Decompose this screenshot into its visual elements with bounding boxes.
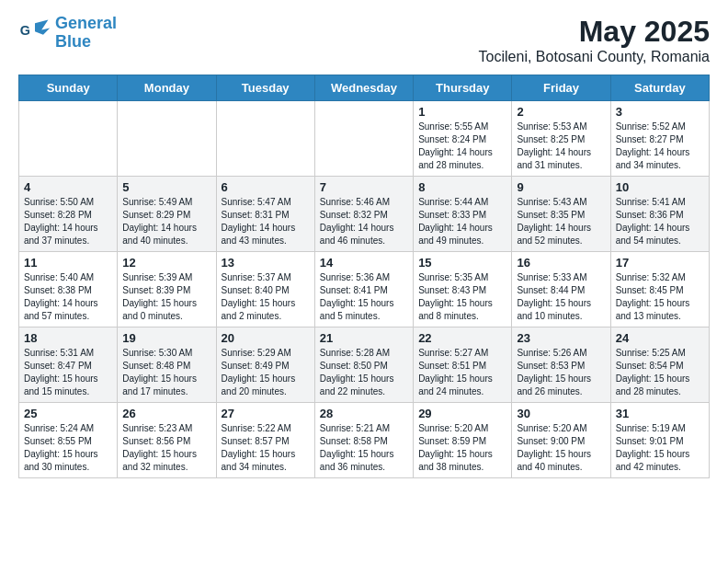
logo-text: General Blue <box>55 15 117 52</box>
day-number: 19 <box>122 331 210 345</box>
header-friday: Friday <box>512 75 610 101</box>
svg-text:G: G <box>20 23 30 38</box>
cell-w1-d7: 3Sunrise: 5:52 AM Sunset: 8:27 PM Daylig… <box>610 101 709 177</box>
day-number: 1 <box>418 105 506 119</box>
day-number: 5 <box>122 180 210 194</box>
day-info: Sunrise: 5:41 AM Sunset: 8:36 PM Dayligh… <box>616 196 704 247</box>
day-info: Sunrise: 5:49 AM Sunset: 8:29 PM Dayligh… <box>122 196 210 247</box>
day-info: Sunrise: 5:26 AM Sunset: 8:53 PM Dayligh… <box>517 347 605 398</box>
cell-w3-d6: 16Sunrise: 5:33 AM Sunset: 8:44 PM Dayli… <box>512 252 610 327</box>
cell-w1-d2 <box>118 101 216 177</box>
day-info: Sunrise: 5:52 AM Sunset: 8:27 PM Dayligh… <box>616 121 704 172</box>
day-info: Sunrise: 5:23 AM Sunset: 8:56 PM Dayligh… <box>122 422 210 474</box>
day-number: 29 <box>418 407 506 420</box>
weekday-header-row: Sunday Monday Tuesday Wednesday Thursday… <box>19 75 710 101</box>
cell-w3-d7: 17Sunrise: 5:32 AM Sunset: 8:45 PM Dayli… <box>610 252 709 327</box>
header-monday: Monday <box>118 75 216 101</box>
calendar-subtitle: Tocileni, Botosani County, Romania <box>479 49 710 65</box>
day-number: 13 <box>222 256 310 270</box>
cell-w5-d2: 26Sunrise: 5:23 AM Sunset: 8:56 PM Dayli… <box>118 403 216 478</box>
week-row-5: 25Sunrise: 5:24 AM Sunset: 8:55 PM Dayli… <box>19 403 710 478</box>
day-info: Sunrise: 5:55 AM Sunset: 8:24 PM Dayligh… <box>418 121 506 172</box>
cell-w2-d6: 9Sunrise: 5:43 AM Sunset: 8:35 PM Daylig… <box>512 177 610 252</box>
day-number: 31 <box>616 407 704 420</box>
day-info: Sunrise: 5:40 AM Sunset: 8:38 PM Dayligh… <box>24 271 112 323</box>
day-number: 21 <box>320 331 408 345</box>
day-number: 30 <box>517 407 605 420</box>
cell-w4-d6: 23Sunrise: 5:26 AM Sunset: 8:53 PM Dayli… <box>512 327 610 403</box>
cell-w3-d1: 11Sunrise: 5:40 AM Sunset: 8:38 PM Dayli… <box>19 252 118 327</box>
logo: G General Blue <box>18 15 117 52</box>
cell-w2-d3: 6Sunrise: 5:47 AM Sunset: 8:31 PM Daylig… <box>216 177 314 252</box>
day-info: Sunrise: 5:25 AM Sunset: 8:54 PM Dayligh… <box>616 347 704 398</box>
cell-w4-d2: 19Sunrise: 5:30 AM Sunset: 8:48 PM Dayli… <box>118 327 216 403</box>
page: G General Blue May 2025 Tocileni, Botosa… <box>0 0 728 493</box>
cell-w3-d4: 14Sunrise: 5:36 AM Sunset: 8:41 PM Dayli… <box>314 252 413 327</box>
day-info: Sunrise: 5:35 AM Sunset: 8:43 PM Dayligh… <box>418 271 506 323</box>
day-info: Sunrise: 5:24 AM Sunset: 8:55 PM Dayligh… <box>24 422 112 474</box>
week-row-3: 11Sunrise: 5:40 AM Sunset: 8:38 PM Dayli… <box>19 252 710 327</box>
day-info: Sunrise: 5:43 AM Sunset: 8:35 PM Dayligh… <box>517 196 605 247</box>
day-info: Sunrise: 5:21 AM Sunset: 8:58 PM Dayligh… <box>320 422 408 474</box>
day-info: Sunrise: 5:31 AM Sunset: 8:47 PM Dayligh… <box>24 347 112 398</box>
cell-w5-d4: 28Sunrise: 5:21 AM Sunset: 8:58 PM Dayli… <box>314 403 413 478</box>
calendar-title: May 2025 <box>479 15 710 49</box>
cell-w2-d1: 4Sunrise: 5:50 AM Sunset: 8:28 PM Daylig… <box>19 177 118 252</box>
day-number: 2 <box>517 105 605 119</box>
day-number: 3 <box>616 105 704 119</box>
cell-w1-d6: 2Sunrise: 5:53 AM Sunset: 8:25 PM Daylig… <box>512 101 610 177</box>
cell-w4-d3: 20Sunrise: 5:29 AM Sunset: 8:49 PM Dayli… <box>216 327 314 403</box>
cell-w2-d5: 8Sunrise: 5:44 AM Sunset: 8:33 PM Daylig… <box>414 177 512 252</box>
day-number: 10 <box>616 180 704 194</box>
header-wednesday: Wednesday <box>314 75 413 101</box>
day-number: 6 <box>222 180 310 194</box>
day-number: 11 <box>24 256 112 270</box>
day-number: 12 <box>122 256 210 270</box>
week-row-2: 4Sunrise: 5:50 AM Sunset: 8:28 PM Daylig… <box>19 177 710 252</box>
logo-line1: General <box>55 14 117 32</box>
day-info: Sunrise: 5:32 AM Sunset: 8:45 PM Dayligh… <box>616 271 704 323</box>
header-thursday: Thursday <box>414 75 512 101</box>
day-info: Sunrise: 5:36 AM Sunset: 8:41 PM Dayligh… <box>320 271 408 323</box>
day-info: Sunrise: 5:44 AM Sunset: 8:33 PM Dayligh… <box>418 196 506 247</box>
calendar-table: Sunday Monday Tuesday Wednesday Thursday… <box>18 75 710 478</box>
day-info: Sunrise: 5:30 AM Sunset: 8:48 PM Dayligh… <box>122 347 210 398</box>
day-number: 14 <box>320 256 408 270</box>
header: G General Blue May 2025 Tocileni, Botosa… <box>18 15 710 65</box>
day-number: 7 <box>320 180 408 194</box>
day-number: 9 <box>517 180 605 194</box>
logo-line2: Blue <box>55 32 91 51</box>
cell-w2-d4: 7Sunrise: 5:46 AM Sunset: 8:32 PM Daylig… <box>314 177 413 252</box>
day-info: Sunrise: 5:50 AM Sunset: 8:28 PM Dayligh… <box>24 196 112 247</box>
cell-w1-d5: 1Sunrise: 5:55 AM Sunset: 8:24 PM Daylig… <box>414 101 512 177</box>
day-info: Sunrise: 5:46 AM Sunset: 8:32 PM Dayligh… <box>320 196 408 247</box>
cell-w2-d2: 5Sunrise: 5:49 AM Sunset: 8:29 PM Daylig… <box>118 177 216 252</box>
day-number: 28 <box>320 407 408 420</box>
cell-w1-d1 <box>19 101 118 177</box>
cell-w5-d5: 29Sunrise: 5:20 AM Sunset: 8:59 PM Dayli… <box>414 403 512 478</box>
cell-w3-d2: 12Sunrise: 5:39 AM Sunset: 8:39 PM Dayli… <box>118 252 216 327</box>
day-info: Sunrise: 5:28 AM Sunset: 8:50 PM Dayligh… <box>320 347 408 398</box>
week-row-4: 18Sunrise: 5:31 AM Sunset: 8:47 PM Dayli… <box>19 327 710 403</box>
cell-w4-d1: 18Sunrise: 5:31 AM Sunset: 8:47 PM Dayli… <box>19 327 118 403</box>
day-info: Sunrise: 5:53 AM Sunset: 8:25 PM Dayligh… <box>517 121 605 172</box>
cell-w2-d7: 10Sunrise: 5:41 AM Sunset: 8:36 PM Dayli… <box>610 177 709 252</box>
day-info: Sunrise: 5:29 AM Sunset: 8:49 PM Dayligh… <box>222 347 310 398</box>
day-info: Sunrise: 5:20 AM Sunset: 8:59 PM Dayligh… <box>418 422 506 474</box>
title-block: May 2025 Tocileni, Botosani County, Roma… <box>479 15 710 65</box>
header-tuesday: Tuesday <box>216 75 314 101</box>
cell-w1-d3 <box>216 101 314 177</box>
day-number: 27 <box>222 407 310 420</box>
day-number: 22 <box>418 331 506 345</box>
day-info: Sunrise: 5:37 AM Sunset: 8:40 PM Dayligh… <box>222 271 310 323</box>
day-number: 18 <box>24 331 112 345</box>
day-number: 23 <box>517 331 605 345</box>
day-info: Sunrise: 5:22 AM Sunset: 8:57 PM Dayligh… <box>222 422 310 474</box>
cell-w4-d7: 24Sunrise: 5:25 AM Sunset: 8:54 PM Dayli… <box>610 327 709 403</box>
cell-w5-d3: 27Sunrise: 5:22 AM Sunset: 8:57 PM Dayli… <box>216 403 314 478</box>
logo-icon: G <box>18 17 51 50</box>
day-number: 24 <box>616 331 704 345</box>
day-number: 25 <box>24 407 112 420</box>
day-number: 17 <box>616 256 704 270</box>
cell-w3-d5: 15Sunrise: 5:35 AM Sunset: 8:43 PM Dayli… <box>414 252 512 327</box>
